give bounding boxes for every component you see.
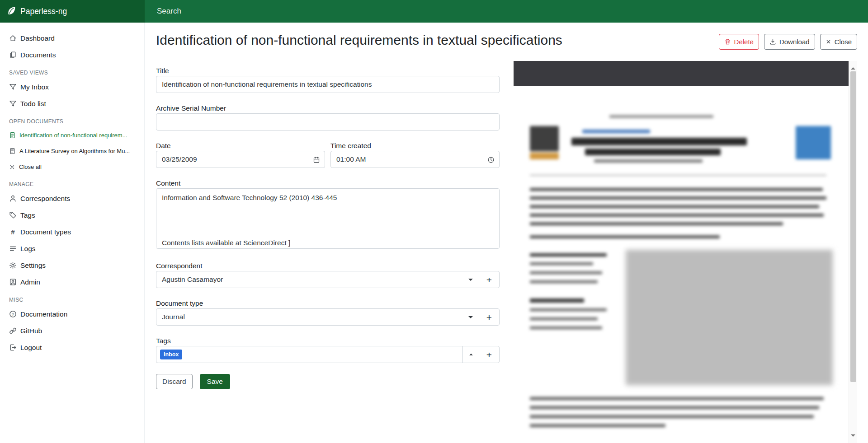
pdf-scrollbar-thumb[interactable]: [850, 71, 856, 382]
sidebar-item-documentation[interactable]: ? Documentation: [0, 306, 144, 322]
content-textarea[interactable]: Information and Software Technology 52 (…: [156, 188, 500, 249]
funnel-icon: [9, 100, 17, 107]
sidebar-item-label: Logout: [20, 344, 42, 352]
sidebar-item-logout[interactable]: Logout: [0, 339, 144, 356]
download-label: Download: [779, 38, 810, 46]
logout-icon: [9, 344, 17, 351]
sidebar-item-logs[interactable]: Logs: [0, 240, 144, 257]
brand-name: Paperless-ng: [20, 7, 67, 16]
sidebar-item-label: Dashboard: [20, 34, 55, 42]
content-label: Content: [156, 179, 500, 187]
pdf-viewer-toolbar: [514, 61, 849, 86]
list-icon: [9, 245, 17, 252]
sidebar-item-label: Tags: [20, 211, 35, 219]
top-search-bar: [145, 0, 868, 23]
main-content: Identification of non-functional require…: [145, 23, 868, 443]
delete-label: Delete: [734, 38, 754, 46]
download-button[interactable]: Download: [764, 34, 815, 50]
title-input[interactable]: [156, 76, 500, 93]
page-title: Identification of non-functional require…: [156, 31, 562, 50]
sidebar-item-correspondents[interactable]: Correspondents: [0, 190, 144, 207]
person-icon: [9, 195, 17, 202]
pdf-blurred-content: [514, 86, 849, 443]
sidebar-item-label: Admin: [20, 278, 40, 286]
sidebar: Dashboard Documents SAVED VIEWS My Inbox…: [0, 23, 145, 443]
funnel-icon: [9, 83, 17, 91]
open-document-title: A Literature Survey on Algorithms for Mu…: [19, 148, 130, 154]
question-circle-icon: ?: [9, 310, 17, 318]
chevron-down-icon: [468, 279, 473, 283]
close-button[interactable]: Close: [820, 34, 857, 50]
link-icon: [9, 327, 17, 335]
discard-button[interactable]: Discard: [156, 374, 193, 389]
person-badge-icon: [9, 278, 17, 286]
correspondent-value: Agustin Casamayor: [162, 275, 223, 284]
add-correspondent-button[interactable]: +: [479, 271, 500, 288]
delete-button[interactable]: Delete: [719, 34, 759, 50]
trash-icon: [724, 38, 731, 45]
search-input[interactable]: [157, 7, 473, 16]
sidebar-item-label: Documentation: [20, 310, 67, 318]
page-actions: Delete Download Close: [719, 34, 857, 50]
time-created-input[interactable]: [330, 151, 500, 168]
add-document-type-button[interactable]: +: [479, 308, 500, 326]
file-text-icon: [9, 132, 16, 139]
sidebar-item-label: My Inbox: [20, 83, 49, 91]
sidebar-item-dashboard[interactable]: Dashboard: [0, 30, 144, 47]
correspondent-select[interactable]: Agustin Casamayor: [156, 271, 479, 288]
open-document-1[interactable]: Identification of non-functional require…: [0, 127, 144, 143]
close-all-label: Close all: [19, 163, 42, 170]
plus-icon: +: [486, 312, 492, 322]
sidebar-item-github[interactable]: GitHub: [0, 322, 144, 339]
sidebar-item-document-types[interactable]: # Document types: [0, 224, 144, 240]
sidebar-item-label: GitHub: [20, 327, 42, 335]
close-all-documents[interactable]: Close all: [0, 159, 144, 175]
asn-input[interactable]: [156, 113, 500, 131]
save-button[interactable]: Save: [200, 374, 230, 389]
sidebar-item-label: Document types: [20, 228, 71, 236]
section-misc: MISC: [0, 297, 144, 303]
sidebar-item-todo-list[interactable]: Todo list: [0, 95, 144, 112]
app-header: Paperless-ng: [0, 0, 868, 23]
section-open-documents: OPEN DOCUMENTS: [0, 118, 144, 125]
asn-label: Archive Serial Number: [156, 104, 500, 112]
document-preview[interactable]: [514, 61, 857, 443]
date-input[interactable]: [156, 151, 325, 168]
document-type-label: Document type: [156, 299, 500, 308]
document-edit-form: Title Archive Serial Number Date Time cr…: [156, 61, 500, 443]
sidebar-item-settings[interactable]: Settings: [0, 257, 144, 274]
time-created-label: Time created: [330, 141, 500, 150]
svg-text:?: ?: [12, 312, 14, 317]
plus-icon: +: [486, 350, 492, 359]
section-saved-views: SAVED VIEWS: [0, 70, 144, 76]
sidebar-item-documents[interactable]: Documents: [0, 47, 144, 63]
plus-icon: +: [486, 275, 492, 284]
add-tag-button[interactable]: +: [479, 346, 500, 363]
pdf-scrollbar[interactable]: [849, 61, 857, 443]
open-document-2[interactable]: A Literature Survey on Algorithms for Mu…: [0, 143, 144, 159]
document-type-select[interactable]: Journal: [156, 308, 479, 326]
sidebar-item-label: Settings: [20, 261, 46, 270]
scroll-down-arrow-icon[interactable]: [851, 434, 855, 439]
sidebar-item-admin[interactable]: Admin: [0, 274, 144, 290]
gear-icon: [9, 261, 17, 269]
sidebar-item-tags[interactable]: Tags: [0, 207, 144, 224]
tag-icon: [9, 211, 17, 219]
date-label: Date: [156, 141, 325, 150]
close-label: Close: [835, 38, 852, 46]
close-icon: [826, 39, 831, 45]
title-label: Title: [156, 66, 500, 75]
tag-inbox: Inbox: [160, 350, 182, 359]
sidebar-item-label: Logs: [20, 245, 36, 253]
tags-label: Tags: [156, 336, 500, 345]
hash-icon: #: [9, 228, 17, 236]
open-document-title: Identification of non-functional require…: [19, 132, 127, 139]
sidebar-item-my-inbox[interactable]: My Inbox: [0, 79, 144, 95]
scroll-up-arrow-icon[interactable]: [851, 65, 855, 70]
files-icon: [9, 51, 17, 59]
pdf-page: [514, 86, 849, 443]
brand[interactable]: Paperless-ng: [0, 0, 145, 23]
tags-input[interactable]: Inbox: [156, 346, 463, 363]
sidebar-item-label: Todo list: [20, 100, 46, 108]
tags-dropdown-button[interactable]: [462, 346, 479, 363]
